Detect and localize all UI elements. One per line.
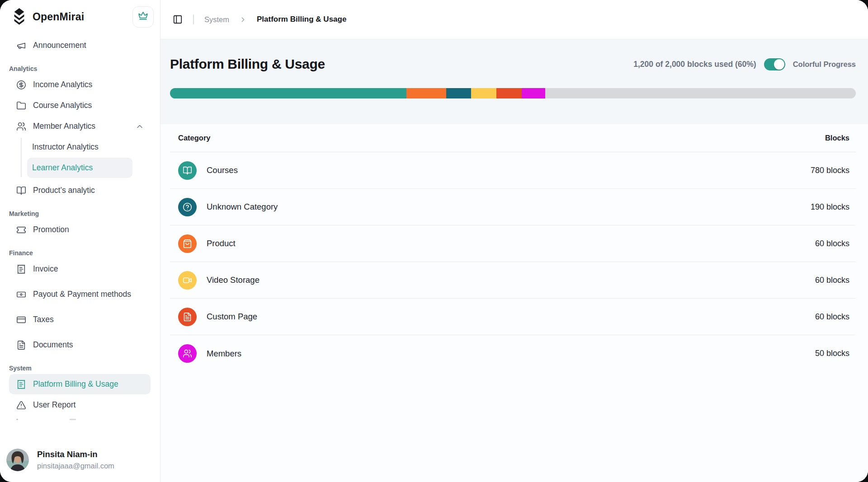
nav-section-system: SystemPlatform Billing & UsageUser Repor… <box>0 365 160 415</box>
panel-left-icon[interactable] <box>173 14 183 24</box>
main-content: System Platform Billing & Usage Platform… <box>160 0 868 482</box>
category-label: Courses <box>207 165 238 175</box>
app-window: OpenMirai AnnouncementAnalyticsIncome An… <box>0 0 868 482</box>
breadcrumb-page: Platform Billing & Usage <box>257 15 346 24</box>
progress-segment-unknown-category <box>446 88 471 98</box>
file-text-icon <box>16 340 26 350</box>
section-label: Marketing <box>9 210 160 217</box>
nav-section-marketing: MarketingPromotion <box>0 210 160 240</box>
category-label: Members <box>207 349 241 359</box>
section-label: System <box>9 365 160 372</box>
progress-segment-courses <box>170 88 406 98</box>
section-label: Finance <box>9 249 160 257</box>
blocks-value: 60 blocks <box>815 312 849 322</box>
category-label: Unknown Category <box>207 202 278 212</box>
sidebar-item-income-analytics[interactable]: Income Analytics <box>9 75 151 95</box>
progress-segment-product <box>406 88 446 98</box>
blocks-value: 190 blocks <box>811 202 849 212</box>
blocks-value: 780 blocks <box>811 166 849 175</box>
profile-meta: Pinsita Niam-in pinsitajaaa@gmail.com <box>37 449 114 470</box>
crown-icon <box>137 10 149 23</box>
toggle-label: Colorful Progress <box>793 60 856 69</box>
usage-summary: 1,200 of 2,000 blocks used (60%) <box>633 60 756 69</box>
clipped-nav-item <box>16 416 160 421</box>
sidebar: OpenMirai AnnouncementAnalyticsIncome An… <box>0 0 160 482</box>
sidebar-item-user-report[interactable]: User Report <box>9 395 151 415</box>
help-circle-icon <box>178 198 197 216</box>
sidebar-item-invoice[interactable]: Invoice <box>9 259 151 279</box>
progress-segment-members <box>522 88 545 98</box>
sidebar-item-announcement[interactable]: Announcement <box>9 35 151 56</box>
usage-progress-bar <box>170 88 856 98</box>
dollar-circle-icon <box>16 80 26 90</box>
progress-segment-custom-page <box>496 88 522 98</box>
sidebar-nav: AnnouncementAnalyticsIncome AnalyticsCou… <box>0 29 160 441</box>
megaphone-icon <box>16 41 26 51</box>
sidebar-item-instructor-analytics[interactable]: Instructor Analytics <box>27 137 132 157</box>
category-label: Product <box>207 239 236 248</box>
receipt-icon <box>16 379 26 389</box>
chevron-up-icon[interactable] <box>135 122 144 131</box>
usage-header: Platform Billing & Usage 1,200 of 2,000 … <box>160 39 868 124</box>
table-row-members: Members50 blocks <box>170 335 856 372</box>
table-row-courses: Courses780 blocks <box>170 152 856 189</box>
user-profile[interactable]: Pinsita Niam-in pinsitajaaa@gmail.com <box>0 441 160 482</box>
brand: OpenMirai <box>12 8 84 25</box>
page-title: Platform Billing & Usage <box>170 56 325 72</box>
section-label: Analytics <box>9 65 160 72</box>
sidebar-item-platform-billing-usage[interactable]: Platform Billing & Usage <box>9 374 151 394</box>
blocks-value: 50 blocks <box>815 349 849 358</box>
blocks-value: 60 blocks <box>815 239 849 248</box>
usage-cluster: 1,200 of 2,000 blocks used (60%) Colorfu… <box>633 58 856 70</box>
category-label: Video Storage <box>207 275 259 285</box>
receipt-icon <box>16 264 26 274</box>
divider <box>193 14 194 24</box>
nav-section-analytics: AnalyticsIncome AnalyticsCourse Analytic… <box>0 65 160 201</box>
sidebar-item-course-analytics[interactable]: Course Analytics <box>9 95 151 116</box>
credit-card-icon <box>16 315 26 325</box>
sidebar-item-learner-analytics[interactable]: Learner Analytics <box>27 158 132 178</box>
avatar <box>6 449 29 471</box>
breadcrumb: System Platform Billing & Usage <box>204 15 346 24</box>
openmirai-logo-icon <box>12 8 27 25</box>
sidebar-header: OpenMirai <box>0 0 160 29</box>
table-row-video-storage: Video Storage60 blocks <box>170 262 856 299</box>
sidebar-item-taxes[interactable]: Taxes <box>9 309 151 330</box>
users-icon <box>178 344 197 363</box>
table-body: Courses780 blocksUnknown Category190 blo… <box>170 152 856 372</box>
sidebar-item-promotion[interactable]: Promotion <box>9 220 151 240</box>
sidebar-item-payout-payment-methods[interactable]: Payout & Payment methods <box>9 284 151 304</box>
user-email: pinsitajaaa@gmail.com <box>37 462 114 470</box>
alert-triangle-icon <box>16 400 26 410</box>
sidebar-item-member-analytics[interactable]: Member Analytics <box>9 116 151 136</box>
users-icon <box>16 122 26 131</box>
banknote-icon <box>16 290 26 299</box>
chevron-right-icon <box>239 16 247 23</box>
column-category: Category <box>178 134 211 142</box>
upgrade-plan-button[interactable] <box>132 6 154 28</box>
user-name: Pinsita Niam-in <box>37 449 114 459</box>
table-row-custom-page: Custom Page60 blocks <box>170 299 856 335</box>
ticket-icon <box>16 225 26 235</box>
usage-table: Category Blocks Courses780 blocksUnknown… <box>160 124 868 482</box>
file-text-icon <box>178 308 197 326</box>
topbar: System Platform Billing & Usage <box>160 0 868 39</box>
colorful-progress-toggle[interactable] <box>764 58 785 70</box>
video-icon <box>178 271 197 290</box>
book-open-icon <box>178 161 197 180</box>
sidebar-item-documents[interactable]: Documents <box>9 335 151 355</box>
progress-segment-video-storage <box>471 88 496 98</box>
table-row-product: Product60 blocks <box>170 225 856 262</box>
toggle-knob <box>774 59 784 70</box>
column-blocks: Blocks <box>825 134 849 142</box>
shopping-bag-icon <box>178 234 197 253</box>
sub-menu: Instructor AnalyticsLearner Analytics <box>0 137 160 178</box>
sidebar-item-product-s-analytic[interactable]: Product’s analytic <box>9 180 151 201</box>
folder-icon <box>16 101 26 111</box>
table-row-unknown-category: Unknown Category190 blocks <box>170 189 856 225</box>
table-header: Category Blocks <box>170 124 856 152</box>
book-open-icon <box>16 186 26 196</box>
nav-section-finance: FinanceInvoicePayout & Payment methodsTa… <box>0 249 160 355</box>
breadcrumb-section[interactable]: System <box>204 15 229 24</box>
category-label: Custom Page <box>207 312 257 322</box>
